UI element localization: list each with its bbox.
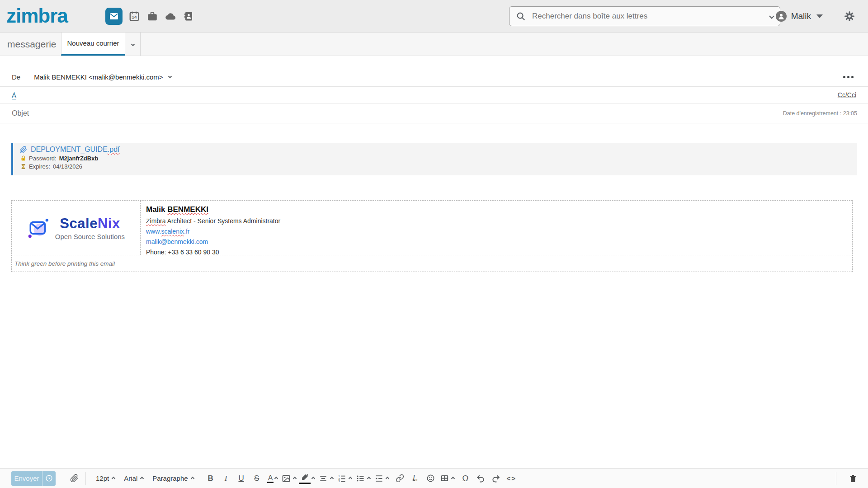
from-chevron-icon[interactable] [168,75,171,78]
name-first: Malik [146,205,167,214]
align-chevron-icon[interactable] [330,476,334,480]
insert-table-chevron-icon[interactable] [451,476,455,480]
emoji-button[interactable] [425,472,436,485]
search-icon [516,11,526,21]
highlight-color-button[interactable] [299,473,311,484]
tab-label: Nouveau courrier [67,39,119,47]
highlight-color-chevron-icon[interactable] [311,476,315,480]
undo-button[interactable] [475,472,486,485]
compose-headers: De Malik BENMEKKI <malik@benmekki.com> À… [0,56,868,123]
email-link[interactable]: malik@benmekki.com [146,238,208,245]
expires-label: Expires: [29,163,50,170]
name-last: BENMEKKI [167,205,208,214]
to-row[interactable]: À Cc/Cci [0,87,868,103]
subject-row[interactable]: Objet Date d'enregistrement : 23:05 [0,103,868,123]
schedule-send-button[interactable] [42,471,56,486]
redo-button[interactable] [490,472,502,485]
font-size-select[interactable]: 12pt [96,474,115,482]
send-button[interactable]: Envoyer [11,471,42,486]
special-char-button[interactable]: Ω [459,472,471,485]
clear-formatting-button[interactable]: I× [409,472,421,485]
paperclip-icon [19,146,27,154]
font-family-select[interactable]: Arial [124,474,143,482]
app-switcher: 14 [105,0,198,33]
contacts-app-icon[interactable] [179,7,198,25]
from-row: De Malik BENMEKKI <malik@benmekki.com> [0,56,868,87]
scalenix-brand: ScaleNix Open Source Solutions [55,216,125,240]
italic-button[interactable]: I [220,474,232,483]
briefcase-app-icon[interactable] [143,7,161,25]
brand-tagline: Open Source Solutions [55,233,125,240]
signature-logo-cell: ScaleNix Open Source Solutions [12,201,141,255]
settings-gear-icon[interactable] [844,10,855,22]
svg-text:14: 14 [132,14,137,19]
search-input[interactable] [532,12,770,21]
scalenix-envelope-icon [27,217,50,239]
numbered-list-chevron-icon[interactable] [349,476,352,480]
svg-text:3: 3 [339,480,340,483]
underline-button[interactable]: U [236,474,247,483]
more-options-button[interactable] [843,76,854,78]
autosave-timestamp: Date d'enregistrement : 23:05 [783,110,857,117]
source-code-button[interactable]: <> [505,472,517,485]
subject-field-label: Objet [12,109,29,117]
numbered-list-button[interactable]: 123 [336,472,348,485]
brand-part2: Nix [98,216,120,231]
font-size-value: 12pt [96,474,109,482]
paragraph-style-value: Paragraphe [152,474,188,482]
lock-icon [20,155,26,161]
zimbra-logo: zimbra [6,5,68,27]
from-label: De [12,73,20,81]
signature-footer-row: Think green before printing this email [12,255,852,272]
signature-phone: Phone: +33 6 33 60 90 30 [146,249,852,256]
paragraph-style-select[interactable]: Paragraphe [152,474,193,482]
attachment-card: DEPLOYMENT_GUIDE.pdf Password: M2janfrZd… [11,143,857,175]
signature-title: Zimbra Architect - Senior Systems Admini… [146,217,852,225]
attachment-expiry-line: Expires: 04/13/2026 [20,163,857,170]
search-bar[interactable] [509,6,780,26]
signature-block: ScaleNix Open Source Solutions Malik BEN… [11,200,853,272]
font-color-chevron-icon[interactable] [274,476,278,480]
calendar-app-icon[interactable]: 14 [125,7,143,25]
website-link[interactable]: www.scalenix.fr [146,228,190,235]
insert-image-chevron-icon[interactable] [293,476,297,480]
bullet-list-button[interactable] [354,472,366,485]
delete-draft-button[interactable] [847,472,859,485]
signature-name: Malik BENMEKKI [146,205,852,214]
site-pre: www. [146,228,161,235]
insert-link-button[interactable] [394,472,406,485]
strikethrough-button[interactable]: S [251,474,263,483]
align-button[interactable] [317,472,329,485]
title-word1: Zimbra [146,217,166,225]
from-address[interactable]: Malik BENMEKKI <malik@benmekki.com> [34,73,163,81]
password-value: M2janfrZdBxb [59,155,99,162]
send-split-button: Envoyer [11,471,56,486]
mail-app-icon[interactable] [105,8,123,25]
title-rest: Architect - Senior Systems Administrator [166,217,281,225]
user-menu-chevron-icon[interactable] [816,14,823,18]
bullet-list-chevron-icon[interactable] [367,476,371,480]
signature-email: malik@benmekki.com [146,238,852,245]
bold-button[interactable]: B [205,474,217,483]
insert-table-button[interactable] [439,472,450,485]
attachment-extension: .pdf [108,145,120,153]
signature-contact-cell: Malik BENMEKKI Zimbra Architect - Senior… [141,201,852,255]
cloud-app-icon[interactable] [161,7,179,25]
search-options-chevron-icon[interactable] [769,14,774,19]
toolbar-divider [85,472,86,485]
user-avatar[interactable] [776,11,787,22]
attach-file-button[interactable] [68,472,80,485]
insert-image-button[interactable] [280,472,292,485]
attachment-file-link[interactable]: DEPLOYMENT_GUIDE.pdf [31,145,120,154]
app-header: zimbra 14 Malik [0,0,868,33]
cc-bcc-toggle[interactable]: Cc/Cci [838,91,856,99]
toolbar-right-divider [836,472,836,485]
indent-chevron-icon[interactable] [386,476,389,480]
site-mid: scalenix [161,228,184,235]
to-field-label[interactable]: À [12,91,16,99]
tab-nouveau-courrier[interactable]: Nouveau courrier [61,33,125,56]
indent-button[interactable] [373,472,385,485]
font-color-button[interactable]: A [267,474,274,483]
user-menu[interactable]: Malik [791,11,811,21]
tab-actions-chevron-icon[interactable] [125,33,141,56]
